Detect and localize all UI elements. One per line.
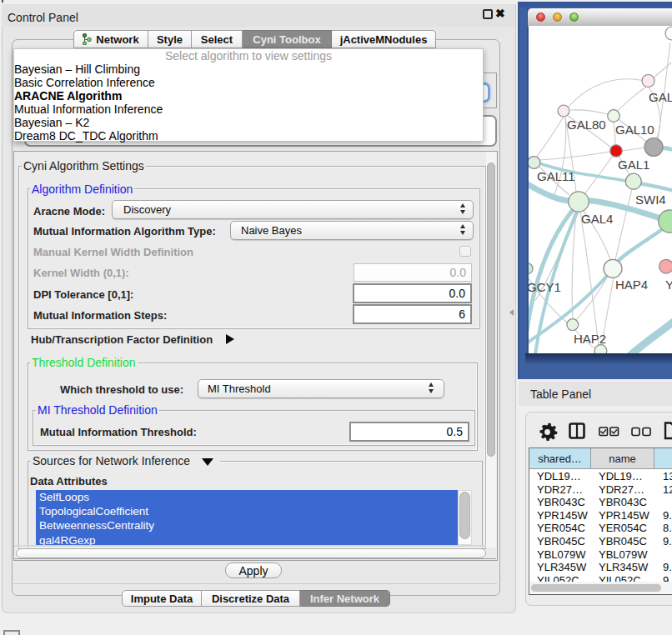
svg-text:HAP4: HAP4 [615, 278, 648, 292]
svg-text:GAL7: GAL7 [649, 90, 672, 104]
svg-text:SWI4: SWI4 [635, 192, 666, 207]
svg-text:GAL1: GAL1 [618, 158, 649, 172]
svg-text:GAL4: GAL4 [581, 212, 613, 226]
svg-text:YE: YE [665, 278, 672, 292]
svg-text:GAL10: GAL10 [615, 122, 654, 137]
svg-text:GAL11: GAL11 [537, 169, 575, 183]
svg-text:HAP2: HAP2 [574, 332, 606, 346]
svg-text:GAL80: GAL80 [567, 118, 606, 132]
svg-text:GCY1: GCY1 [529, 280, 561, 294]
